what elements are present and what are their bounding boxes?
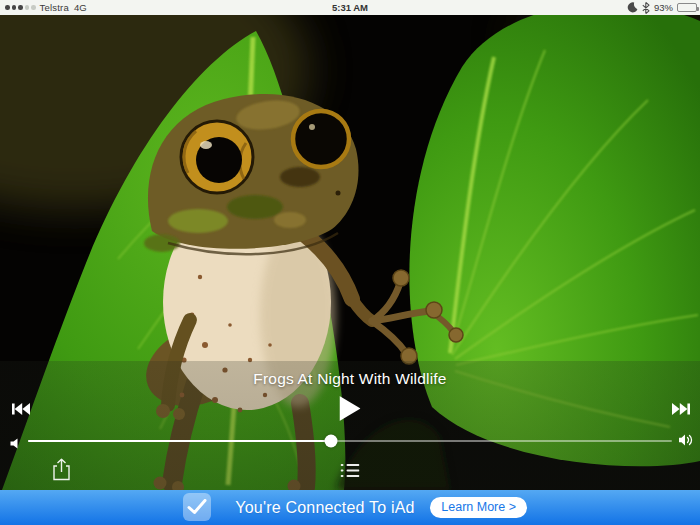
player-controls-overlay: Frogs At Night With Wildlife <box>0 361 700 490</box>
previous-track-button[interactable] <box>12 403 30 415</box>
volume-min-icon <box>10 435 21 453</box>
connected-checkbox <box>183 493 211 521</box>
do-not-disturb-moon-icon <box>627 2 638 13</box>
checkmark-icon <box>187 499 207 515</box>
iad-banner: You're Connected To iAd Learn More > <box>0 490 700 525</box>
play-button[interactable] <box>340 396 361 421</box>
battery-percent-label: 93% <box>654 2 673 13</box>
carrier-label: Telstra <box>40 2 69 13</box>
play-icon <box>340 396 361 421</box>
volume-slider-row <box>0 433 700 449</box>
status-left-cluster: Telstra 4G <box>0 2 87 13</box>
next-track-button[interactable] <box>672 403 690 415</box>
share-button[interactable] <box>52 458 71 481</box>
volume-track[interactable] <box>28 440 672 442</box>
clock-label: 5:31 AM <box>332 2 368 13</box>
status-right-cluster: 93% <box>627 0 697 15</box>
volume-fill <box>28 440 331 442</box>
status-bar: Telstra 4G 5:31 AM 93% <box>0 0 700 15</box>
banner-message: You're Connected To iAd <box>235 490 414 525</box>
ipad-screen: Telstra 4G 5:31 AM 93% <box>0 0 700 525</box>
track-title: Frogs At Night With Wildlife <box>0 370 700 388</box>
bluetooth-icon <box>642 2 650 14</box>
next-track-icon <box>672 403 690 415</box>
volume-thumb[interactable] <box>324 435 337 448</box>
cell-signal-icon <box>5 5 36 10</box>
share-icon <box>52 458 71 481</box>
playlist-button[interactable] <box>341 463 360 478</box>
network-type-label: 4G <box>74 2 87 13</box>
previous-track-icon <box>12 403 30 415</box>
learn-more-button[interactable]: Learn More > <box>430 497 527 518</box>
volume-max-icon <box>678 433 695 451</box>
battery-icon <box>677 3 697 12</box>
playlist-icon <box>341 463 360 478</box>
